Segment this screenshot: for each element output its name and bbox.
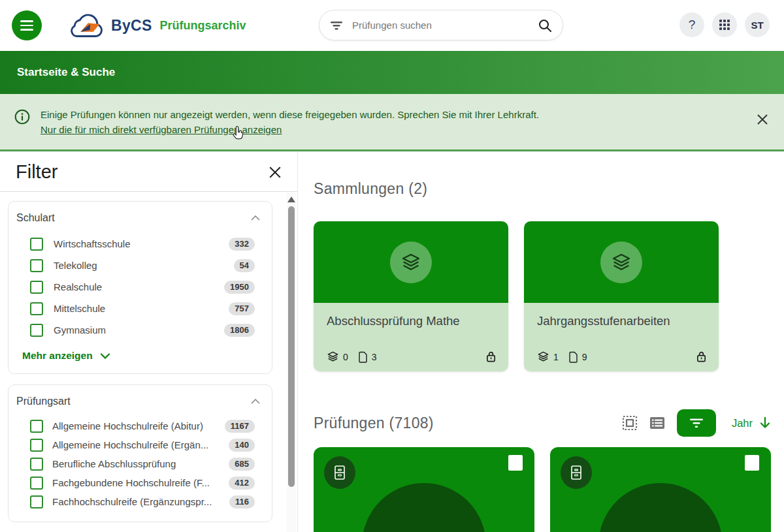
view-controls: Jahr bbox=[622, 409, 771, 437]
avatar[interactable]: ST bbox=[745, 12, 770, 37]
document-icon bbox=[357, 351, 368, 363]
collections-row: Abschlussprüfung Mathe 0 3 bbox=[314, 221, 784, 371]
checkbox[interactable] bbox=[30, 259, 43, 272]
filter-option[interactable]: Berufliche Abschlussprüfung 685 bbox=[8, 454, 272, 473]
show-more-link[interactable]: Mehr anzeigen bbox=[22, 350, 272, 362]
list-view-icon bbox=[649, 416, 665, 430]
apps-grid-button[interactable] bbox=[712, 12, 737, 37]
layers-icon bbox=[400, 252, 421, 273]
menu-button[interactable] bbox=[12, 10, 42, 40]
content-area: Filter Schulart Wirtschafts bbox=[0, 151, 784, 532]
header-actions: ? ST bbox=[679, 12, 770, 37]
exams-heading: Prüfungen (7108) bbox=[314, 415, 434, 432]
close-icon bbox=[757, 114, 768, 125]
exam-thumbnail-circle bbox=[598, 483, 723, 532]
checkbox[interactable] bbox=[30, 495, 43, 509]
card-view-button[interactable] bbox=[622, 415, 638, 431]
filter-option[interactable]: Gymnasium 1806 bbox=[8, 319, 272, 341]
collection-card[interactable]: Abschlussprüfung Mathe 0 3 bbox=[314, 221, 508, 371]
filter-section-toggle[interactable]: Schulart bbox=[8, 211, 272, 233]
checkbox[interactable] bbox=[30, 477, 43, 490]
banner-text-block: Einige Prüfungen können nur angezeigt we… bbox=[41, 107, 539, 137]
question-icon: ? bbox=[689, 18, 696, 32]
collection-card-body: Jahrgangsstufenarbeiten 1 9 bbox=[524, 303, 719, 371]
count-badge: 116 bbox=[229, 495, 255, 509]
filter-option[interactable]: Telekolleg 54 bbox=[8, 255, 272, 276]
collection-card[interactable]: Jahrgangsstufenarbeiten 1 9 bbox=[524, 221, 719, 371]
count-badge: 332 bbox=[229, 238, 255, 251]
collection-icon-circle bbox=[600, 242, 642, 283]
banner-link[interactable]: Nur die für mich direkt verfügbaren Prüf… bbox=[41, 124, 282, 135]
banner-message: Einige Prüfungen können nur angezeigt we… bbox=[41, 109, 539, 120]
filter-option[interactable]: Fachhochschulreife (Ergänzungspr... 116 bbox=[8, 492, 272, 511]
filter-option[interactable]: Fachgebundene Hochschulreife (F... 412 bbox=[8, 473, 272, 492]
filter-option[interactable]: Wirtschaftsschule 332 bbox=[8, 233, 272, 255]
help-button[interactable]: ? bbox=[679, 12, 704, 37]
exam-card[interactable] bbox=[550, 447, 771, 532]
filter-scroll-area: Schulart Wirtschaftsschule 332 Telekolle… bbox=[0, 192, 297, 524]
select-checkbox[interactable] bbox=[745, 455, 759, 471]
bycs-logo[interactable]: ByCS Prüfungsarchiv bbox=[65, 11, 246, 40]
filter-section-toggle[interactable]: Prüfungsart bbox=[8, 394, 272, 416]
documents-count: 3 bbox=[372, 352, 377, 362]
lock-icon bbox=[696, 351, 707, 363]
list-view-button[interactable] bbox=[649, 416, 665, 430]
scrollbar-thumb[interactable] bbox=[288, 206, 295, 487]
checkbox[interactable] bbox=[30, 238, 43, 251]
checkbox[interactable] bbox=[30, 458, 43, 471]
checkbox[interactable] bbox=[30, 281, 43, 294]
hamburger-icon bbox=[20, 20, 33, 22]
filter-close-button[interactable] bbox=[269, 166, 282, 179]
archive-icon bbox=[570, 465, 583, 480]
collection-card-body: Abschlussprüfung Mathe 0 3 bbox=[314, 303, 508, 371]
layers-icon bbox=[327, 351, 339, 363]
chevron-down-icon bbox=[101, 353, 110, 359]
info-icon bbox=[14, 109, 30, 125]
collection-title: Abschlussprüfung Mathe bbox=[327, 314, 495, 328]
hamburger-icon bbox=[20, 29, 33, 31]
filter-scrollbar[interactable] bbox=[287, 193, 296, 532]
checkbox[interactable] bbox=[30, 302, 43, 315]
card-view-icon bbox=[622, 415, 638, 431]
breadcrumb: Startseite & Suche bbox=[17, 66, 115, 79]
filter-section-label: Schulart bbox=[16, 212, 55, 224]
info-banner: Einige Prüfungen können nur angezeigt we… bbox=[0, 94, 784, 151]
count-badge: 1950 bbox=[224, 281, 255, 294]
filter-option[interactable]: Mittelschule 757 bbox=[8, 298, 272, 319]
filter-option[interactable]: Allgemeine Hochschulreife (Ergän... 140 bbox=[8, 435, 272, 454]
search-bar bbox=[319, 10, 563, 40]
avatar-initials: ST bbox=[751, 20, 763, 31]
bycs-cloud-icon bbox=[65, 11, 106, 40]
search-filter-button[interactable] bbox=[330, 21, 343, 30]
lock-icon bbox=[485, 351, 497, 363]
search-icon bbox=[538, 18, 552, 33]
filter-section-schulart: Schulart Wirtschaftsschule 332 Telekolle… bbox=[8, 201, 272, 374]
breadcrumb-bar: Startseite & Suche bbox=[0, 51, 784, 94]
checkbox[interactable] bbox=[30, 420, 43, 433]
count-badge: 412 bbox=[229, 477, 255, 490]
hamburger-icon bbox=[20, 25, 33, 27]
collections-count: 0 bbox=[343, 352, 348, 362]
checkbox[interactable] bbox=[30, 324, 43, 337]
collection-icon-circle bbox=[390, 242, 432, 283]
filter-sort-button[interactable] bbox=[677, 409, 716, 437]
banner-close-button[interactable] bbox=[757, 114, 768, 125]
filter-option[interactable]: Realschule 1950 bbox=[8, 276, 272, 298]
collection-title: Jahrgangsstufenarbeiten bbox=[537, 314, 706, 328]
select-checkbox[interactable] bbox=[508, 455, 523, 471]
layers-icon bbox=[537, 351, 549, 363]
exam-card[interactable] bbox=[314, 447, 534, 532]
arrow-down-icon bbox=[759, 416, 771, 430]
checkbox[interactable] bbox=[30, 439, 43, 452]
collection-card-footer: 0 3 bbox=[327, 351, 497, 363]
scroll-up-icon[interactable] bbox=[287, 196, 295, 202]
filter-lines-icon bbox=[689, 418, 704, 428]
search-button[interactable] bbox=[538, 18, 552, 33]
app-title: Prüfungsarchiv bbox=[160, 19, 246, 33]
filter-option[interactable]: Allgemeine Hochschulreife (Abitur) 1167 bbox=[8, 416, 272, 435]
search-input[interactable] bbox=[352, 20, 538, 31]
exam-thumbnail-circle bbox=[362, 483, 486, 532]
exam-cards-row bbox=[314, 447, 784, 532]
sort-by-year[interactable]: Jahr bbox=[732, 416, 771, 430]
collection-card-footer: 1 9 bbox=[537, 351, 707, 363]
